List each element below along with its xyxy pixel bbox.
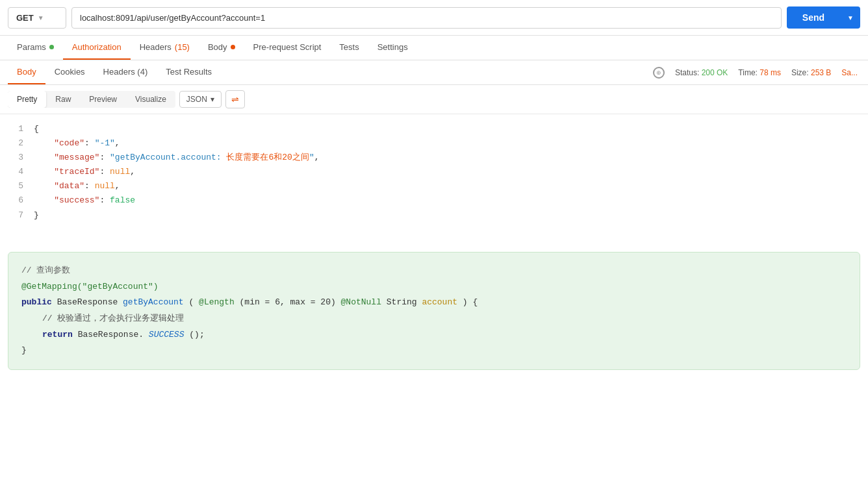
resp-tab-headers-label: Headers (4) — [103, 67, 148, 77]
method-chevron-icon: ▼ — [38, 14, 44, 21]
tab-settings[interactable]: Settings — [368, 36, 417, 60]
code-keyword-public: public — [21, 297, 52, 307]
code-inner-comment: // 校验通过，才会执行业务逻辑处理 — [42, 314, 184, 323]
json-line-1: 1 { — [10, 122, 858, 136]
params-dot — [49, 45, 54, 49]
json-line-3: 3 "message": "getByAccount.account: 长度需要… — [10, 151, 858, 165]
send-label: Send — [787, 6, 840, 29]
json-val-data: null — [95, 181, 115, 191]
code-return-class: BaseResponse. — [78, 330, 144, 339]
json-line-5: 5 "data": null, — [10, 179, 858, 193]
resp-tab-cookies-label: Cookies — [55, 67, 85, 77]
resp-tab-test-results-label: Test Results — [166, 67, 212, 77]
code-block: // 查询参数 @GetMapping("getByAccount") publ… — [8, 252, 860, 370]
tab-settings-label: Settings — [377, 42, 408, 52]
tab-tests[interactable]: Tests — [330, 36, 368, 60]
line-num-1: 1 — [10, 122, 23, 136]
save-button[interactable]: Sa... — [841, 68, 858, 77]
send-dropdown-icon[interactable]: ▼ — [841, 8, 860, 27]
line-num-2: 2 — [10, 136, 23, 151]
send-button[interactable]: Send ▼ — [787, 6, 860, 29]
globe-icon: ⊕ — [653, 67, 665, 79]
response-tabs-bar: Body Cookies Headers (4) Test Results ⊕ … — [0, 60, 868, 85]
status-value: 200 OK — [702, 68, 728, 77]
json-val-message-suffix: " — [309, 153, 314, 162]
json-key-code: "code" — [34, 138, 84, 148]
json-val-traceid: null — [110, 167, 130, 177]
code-line-return: return BaseResponse. SUCCESS (); — [21, 327, 847, 343]
json-brace-open: { — [34, 122, 39, 136]
json-val-message-prefix: "getByAccount.account: — [110, 153, 226, 162]
json-key-message: "message" — [34, 153, 99, 162]
headers-badge: (15) — [175, 42, 190, 52]
json-val-message-chinese: 长度需要在6和20之间 — [226, 153, 309, 162]
size-label: Size: 253 B — [791, 68, 831, 77]
format-chevron-icon: ▾ — [211, 95, 214, 104]
resp-tab-cookies[interactable]: Cookies — [45, 60, 94, 84]
request-tabs: Params Authorization Headers (15) Body P… — [0, 36, 868, 60]
url-input[interactable] — [71, 7, 782, 29]
json-val-success: false — [110, 195, 135, 205]
resp-tab-headers[interactable]: Headers (4) — [94, 60, 157, 84]
code-line-annotation1: @GetMapping("getByAccount") — [21, 279, 847, 295]
code-param-type-string: String — [387, 297, 422, 307]
code-param-account: account — [422, 297, 457, 307]
view-tabs: Pretty Raw Preview Visualize — [8, 91, 175, 108]
code-line-close: } — [21, 343, 847, 359]
tab-tests-label: Tests — [339, 42, 359, 52]
code-close-brace: } — [21, 345, 27, 355]
format-label: JSON — [186, 95, 207, 104]
tab-prerequest[interactable]: Pre-request Script — [244, 36, 331, 60]
view-tab-visualize[interactable]: Visualize — [126, 91, 175, 108]
tab-params-label: Params — [17, 42, 46, 52]
resp-tab-body-label: Body — [17, 67, 36, 77]
line-num-3: 3 — [10, 151, 23, 165]
wrap-button[interactable]: ⇌ — [225, 90, 245, 108]
json-key-data: "data" — [34, 181, 84, 191]
tab-params[interactable]: Params — [8, 36, 63, 60]
json-line-6: 6 "success": false — [10, 193, 858, 208]
time-value: 78 ms — [760, 68, 781, 77]
view-tab-raw[interactable]: Raw — [46, 91, 80, 108]
wrap-icon: ⇌ — [231, 94, 239, 105]
method-label: GET — [16, 13, 34, 23]
resp-tab-test-results[interactable]: Test Results — [157, 60, 221, 84]
code-return-method: SUCCESS — [149, 330, 185, 339]
json-key-traceid: "traceId" — [34, 167, 99, 177]
line-num-7: 7 — [10, 208, 23, 223]
code-param-notnull: @NotNull — [341, 297, 381, 307]
tab-authorization[interactable]: Authorization — [63, 36, 131, 60]
json-line-4: 4 "traceId": null, — [10, 165, 858, 179]
tab-headers-label: Headers — [140, 42, 172, 52]
code-line-comment1: // 查询参数 — [21, 263, 847, 279]
code-param-length: @Length — [199, 297, 235, 307]
tab-body[interactable]: Body — [199, 36, 244, 60]
json-display: 1 { 2 "code": "-1", 3 "message": "getByA… — [0, 114, 868, 244]
view-tab-preview[interactable]: Preview — [80, 91, 126, 108]
view-tab-pretty[interactable]: Pretty — [8, 91, 46, 108]
json-brace-close: } — [34, 208, 39, 223]
json-line-7: 7 } — [10, 208, 858, 223]
json-key-success: "success" — [34, 195, 99, 205]
tab-headers[interactable]: Headers (15) — [131, 36, 199, 60]
status-label: Status: 200 OK — [675, 68, 728, 77]
method-select[interactable]: GET ▼ — [8, 7, 66, 29]
url-bar: GET ▼ Send ▼ — [0, 0, 868, 36]
body-dot — [231, 45, 235, 49]
json-line-2: 2 "code": "-1", — [10, 136, 858, 151]
line-num-6: 6 — [10, 193, 23, 208]
time-label: Time: 78 ms — [738, 68, 781, 77]
tab-body-label: Body — [208, 42, 227, 52]
code-annotation1: @GetMapping("getByAccount") — [21, 282, 159, 291]
response-body-toolbar: Pretty Raw Preview Visualize JSON ▾ ⇌ — [0, 85, 868, 114]
resp-tab-body[interactable]: Body — [8, 60, 45, 84]
json-val-code: "-1" — [95, 138, 115, 148]
format-select[interactable]: JSON ▾ — [179, 91, 222, 108]
status-bar: ⊕ Status: 200 OK Time: 78 ms Size: 253 B… — [653, 67, 860, 79]
code-method-getbyaccount: getByAccount — [123, 297, 184, 307]
code-comment1: // 查询参数 — [21, 265, 70, 275]
code-line-inner-comment: // 校验通过，才会执行业务逻辑处理 — [21, 311, 847, 327]
line-num-4: 4 — [10, 165, 23, 179]
code-keyword-return: return — [42, 330, 73, 339]
line-num-5: 5 — [10, 179, 23, 193]
